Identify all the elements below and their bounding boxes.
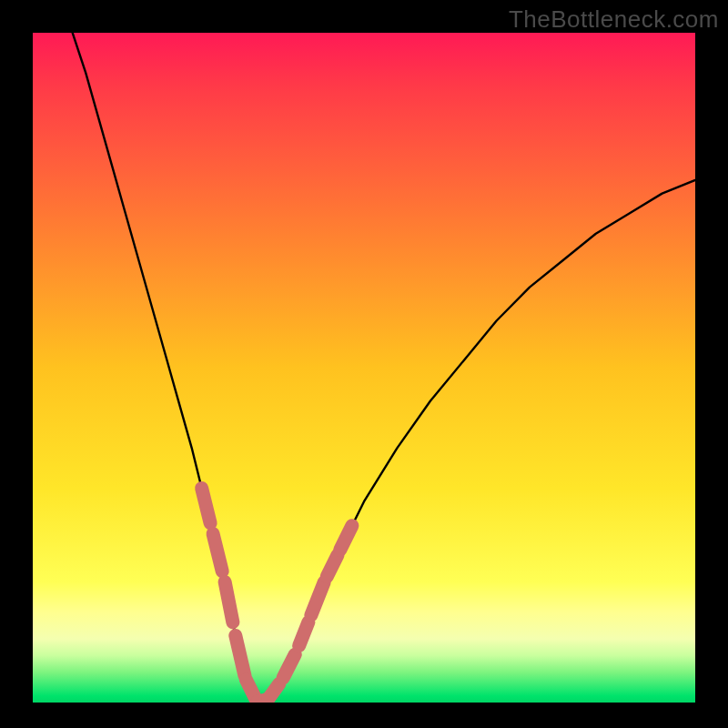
bottleneck-chart — [33, 33, 695, 703]
gradient-background — [33, 33, 695, 703]
marker-segment — [327, 555, 338, 577]
marker-segment — [236, 635, 245, 675]
marker-segment — [225, 582, 233, 622]
plot-area — [33, 33, 695, 703]
watermark-text: TheBottleneck.com — [509, 5, 719, 34]
marker-segment — [213, 534, 222, 571]
marker-segment — [268, 683, 279, 698]
marker-segment — [202, 488, 210, 522]
chart-frame: TheBottleneck.com — [0, 0, 728, 728]
marker-segment — [299, 622, 308, 646]
